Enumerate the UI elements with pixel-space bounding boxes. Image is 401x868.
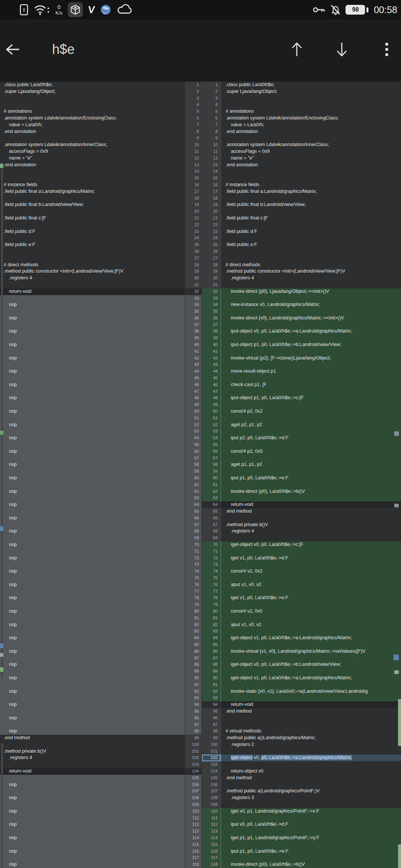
left-code[interactable] bbox=[0, 255, 185, 262]
diff-row[interactable]: nop6060 iput p1, p0, La/a0/h$e;->e:F bbox=[0, 475, 401, 482]
left-code[interactable]: nop bbox=[0, 861, 185, 868]
left-code[interactable]: nop bbox=[0, 395, 185, 401]
diff-row[interactable]: # instance fields1616# instance fields bbox=[0, 182, 401, 188]
diff-row[interactable]: nop8686 invoke-virtual {v1, v0}, Landroi… bbox=[0, 648, 401, 655]
right-code[interactable] bbox=[220, 601, 401, 608]
right-code[interactable] bbox=[220, 295, 401, 302]
diff-row[interactable]: nop7878 iget v1, p0, La/a0/h$e;->e:F bbox=[0, 595, 401, 601]
left-code[interactable] bbox=[0, 561, 185, 568]
diff-row[interactable]: .registers 4102102 iget-object v0, p0, L… bbox=[0, 755, 401, 761]
right-code[interactable] bbox=[220, 575, 401, 582]
right-code[interactable]: .super Ljava/lang/Object; bbox=[220, 88, 401, 95]
right-code[interactable]: iget v1, p0, La/a0/h$e;->e:F bbox=[220, 595, 401, 601]
left-code[interactable] bbox=[0, 708, 185, 715]
left-code[interactable]: # direct methods bbox=[0, 262, 185, 268]
right-code[interactable]: iput-object p1, p0, La/a0/h$e;->b:Landro… bbox=[220, 342, 401, 348]
diff-row[interactable]: .method private b()V101101 bbox=[0, 748, 401, 755]
left-code[interactable] bbox=[0, 322, 185, 328]
left-code[interactable] bbox=[0, 222, 185, 228]
diff-row[interactable]: nop110110 iget v0, p1, Landroid/graphics… bbox=[0, 808, 401, 815]
left-code[interactable]: nop bbox=[0, 528, 185, 535]
diff-row[interactable]: 1818 bbox=[0, 195, 401, 202]
diff-row[interactable]: 113113 bbox=[0, 828, 401, 835]
left-code[interactable]: .annotation system Ldalvik/annotation/En… bbox=[0, 115, 185, 122]
right-code[interactable] bbox=[220, 482, 401, 488]
right-code[interactable] bbox=[220, 168, 401, 175]
right-code[interactable]: move-result-object p1 bbox=[220, 368, 401, 375]
left-code[interactable] bbox=[0, 815, 185, 822]
left-code[interactable]: .registers 4 bbox=[0, 275, 185, 282]
left-code[interactable]: .method private b()V bbox=[0, 748, 185, 755]
right-code[interactable]: invoke-direct {p0}, La/a0/h$e;->b()V bbox=[220, 861, 401, 868]
diff-row[interactable]: 2626 bbox=[0, 248, 401, 255]
diff-row[interactable]: nop3434 new-instance v0, Landroid/graphi… bbox=[0, 301, 401, 308]
diff-row[interactable]: return-void104104 return-object v0 bbox=[0, 768, 401, 775]
left-code[interactable]: nop bbox=[0, 728, 185, 735]
left-code[interactable]: .end annotation bbox=[0, 162, 185, 169]
left-code[interactable] bbox=[0, 535, 185, 541]
left-code[interactable] bbox=[0, 588, 185, 595]
diff-row[interactable]: 111111 bbox=[0, 815, 401, 822]
right-code[interactable] bbox=[220, 401, 401, 408]
diff-row[interactable]: 4343 bbox=[0, 361, 401, 368]
diff-row[interactable]: 9595.end method bbox=[0, 708, 401, 715]
diff-row[interactable]: 7777 bbox=[0, 588, 401, 595]
right-code[interactable] bbox=[220, 308, 401, 315]
left-code[interactable]: nop bbox=[0, 435, 185, 441]
diff-row[interactable]: nop4444 move-result-object p1 bbox=[0, 368, 401, 375]
right-code[interactable] bbox=[220, 695, 401, 701]
diff-row[interactable]: .field public final c:[F2121.field publi… bbox=[0, 215, 401, 222]
left-code[interactable] bbox=[0, 168, 185, 175]
left-code[interactable] bbox=[0, 828, 185, 835]
right-code[interactable]: .registers 4 bbox=[220, 528, 401, 535]
right-code[interactable] bbox=[220, 135, 401, 142]
right-code[interactable] bbox=[220, 628, 401, 635]
left-code[interactable]: .field public final a:Landroid/graphics/… bbox=[0, 188, 185, 195]
diff-row[interactable]: .end method9999.method public a()Landroi… bbox=[0, 735, 401, 741]
diff-row[interactable]: 9393 bbox=[0, 695, 401, 701]
left-code[interactable] bbox=[0, 641, 185, 648]
diff-row[interactable]: .field public e:F2525.field public e:F bbox=[0, 242, 401, 248]
right-code[interactable] bbox=[220, 322, 401, 328]
diff-row[interactable]: .class public La/a0/h$e;11.class public … bbox=[0, 82, 401, 88]
left-code[interactable] bbox=[0, 801, 185, 808]
right-code[interactable] bbox=[220, 495, 401, 501]
diff-row[interactable]: 3333 bbox=[0, 295, 401, 302]
left-code[interactable] bbox=[0, 401, 185, 408]
diff-row[interactable]: 3131 bbox=[0, 282, 401, 288]
right-code[interactable]: iget-object v0, p0, La/a0/h$e;->c:[F bbox=[220, 541, 401, 548]
right-code[interactable]: invoke-direct {v0}, Landroid/graphics/Ma… bbox=[220, 315, 401, 322]
diff-row[interactable]: 9797 bbox=[0, 722, 401, 728]
diff-row[interactable]: 33 bbox=[0, 95, 401, 102]
diff-row[interactable]: nop7676 aput v1, v0, v2 bbox=[0, 582, 401, 588]
diff-row[interactable]: 4747 bbox=[0, 388, 401, 395]
left-code[interactable]: nop bbox=[0, 342, 185, 348]
overflow-menu-button[interactable] bbox=[375, 37, 399, 61]
left-code[interactable] bbox=[0, 282, 185, 288]
right-code[interactable]: aget p1, p1, p2 bbox=[220, 461, 401, 468]
right-code[interactable] bbox=[220, 441, 401, 448]
right-code[interactable] bbox=[220, 761, 401, 768]
diff-row[interactable]: nop3636 invoke-direct {v0}, Landroid/gra… bbox=[0, 315, 401, 322]
diff-row[interactable]: nop8080 const/4 v2, 0x5 bbox=[0, 608, 401, 615]
right-code[interactable] bbox=[220, 195, 401, 202]
left-code[interactable] bbox=[0, 741, 185, 748]
left-code[interactable]: nop bbox=[0, 781, 185, 788]
right-code[interactable]: const/4 v2, 0x5 bbox=[220, 608, 401, 615]
diff-row[interactable]: 5353 bbox=[0, 428, 401, 435]
right-code[interactable] bbox=[220, 548, 401, 555]
right-code[interactable]: iget p1, p1, Landroid/graphics/PointF;->… bbox=[220, 835, 401, 841]
diff-row[interactable]: 4949 bbox=[0, 401, 401, 408]
left-code[interactable]: nop bbox=[0, 475, 185, 482]
left-code[interactable] bbox=[0, 855, 185, 861]
right-code[interactable]: aget p2, p1, p2 bbox=[220, 422, 401, 428]
diff-row[interactable]: 99 bbox=[0, 135, 401, 142]
left-code[interactable]: .method public constructor <init>(Landro… bbox=[0, 268, 185, 275]
right-code[interactable]: .annotation system Ldalvik/annotation/En… bbox=[220, 115, 401, 122]
left-code[interactable]: nop bbox=[0, 555, 185, 562]
right-code[interactable]: iput-object v0, p0, La/a0/h$e;->a:Landro… bbox=[220, 328, 401, 335]
diff-row[interactable]: nop3838 iput-object v0, p0, La/a0/h$e;->… bbox=[0, 328, 401, 335]
diff-row[interactable]: value = La/a0/h;77 value = La/a0/h; bbox=[0, 122, 401, 128]
left-code[interactable] bbox=[0, 361, 185, 368]
diff-row[interactable]: nop5050 const/4 p2, 0x2 bbox=[0, 408, 401, 415]
